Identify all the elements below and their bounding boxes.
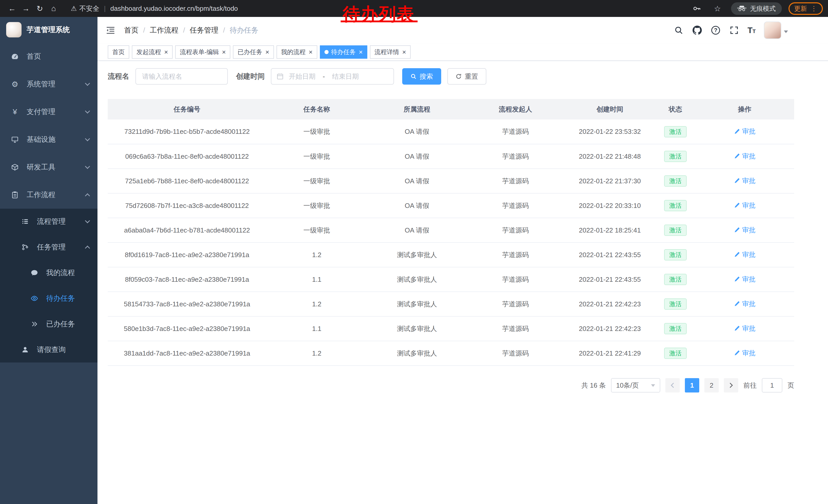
- cell-status: 激活: [655, 120, 695, 144]
- close-tab-icon[interactable]: ×: [359, 49, 363, 55]
- font-size-icon[interactable]: TT: [747, 27, 756, 34]
- col-action: 操作: [695, 99, 794, 120]
- approve-link[interactable]: 审批: [734, 226, 755, 235]
- help-icon[interactable]: ?: [710, 25, 721, 35]
- cell-status: 激活: [655, 218, 695, 242]
- close-tab-icon[interactable]: ×: [402, 49, 406, 55]
- navbar-right-icons: ? TT: [673, 21, 788, 39]
- approve-link[interactable]: 审批: [734, 152, 755, 161]
- sidebar-item-label: 我的流程: [46, 268, 75, 278]
- breadcrumb-current: 待办任务: [230, 26, 258, 35]
- date-range-picker[interactable]: 开始日期 - 结束日期: [271, 68, 394, 85]
- tab-todo-task[interactable]: 待办任务 ×: [320, 45, 367, 59]
- breadcrumb-workflow[interactable]: 工作流程: [150, 26, 178, 35]
- next-page-button[interactable]: [724, 378, 738, 393]
- cell-status: 激活: [655, 242, 695, 267]
- cell-action: 审批: [695, 218, 794, 242]
- address-bar[interactable]: ⚠ 不安全 | dashboard.yudao.iocoder.cn/bpm/t…: [71, 4, 238, 13]
- tab-process-detail[interactable]: 流程详情 ×: [370, 45, 411, 59]
- tab-home[interactable]: 首页: [108, 45, 129, 59]
- table-row: 8f059c03-7ac8-11ec-a9e2-a2380e71991a 1.1…: [108, 267, 794, 292]
- sidebar-item-payment[interactable]: ¥ 支付管理: [0, 98, 97, 126]
- tab-form-edit[interactable]: 流程表单-编辑 ×: [175, 45, 230, 59]
- fullscreen-icon[interactable]: [729, 25, 739, 35]
- cell-process: OA 请假: [367, 193, 467, 218]
- approve-link[interactable]: 审批: [734, 250, 755, 259]
- chevron-down-icon: [85, 136, 90, 141]
- bookmark-star-icon[interactable]: ☆: [710, 2, 724, 15]
- sidebar-item-my-process[interactable]: 我的流程: [0, 260, 97, 286]
- reload-icon[interactable]: ↻: [33, 2, 47, 15]
- user-avatar-menu[interactable]: [764, 21, 788, 39]
- sidebar-item-task-mgmt[interactable]: 任务管理: [0, 234, 97, 260]
- page-size-select[interactable]: 10条/页: [611, 378, 660, 393]
- tab-start-process[interactable]: 发起流程 ×: [132, 45, 173, 59]
- sidebar-item-label: 请假查询: [37, 345, 66, 355]
- goto-page-input[interactable]: [762, 378, 782, 393]
- tab-my-process[interactable]: 我的流程 ×: [277, 45, 317, 59]
- table-row: a6aba0a4-7b6d-11ec-b781-acde48001122 一级审…: [108, 218, 794, 242]
- cell-initiator: 芋道源码: [467, 120, 564, 144]
- sidebar-item-infra[interactable]: 基础设施: [0, 126, 97, 153]
- close-tab-icon[interactable]: ×: [222, 49, 226, 55]
- home-icon[interactable]: ⌂: [47, 2, 60, 15]
- app-logo-row[interactable]: 芋道管理系统: [0, 17, 97, 43]
- update-label: 更新: [794, 4, 807, 13]
- page-button-2[interactable]: 2: [704, 378, 719, 393]
- caret-down-icon: [784, 31, 788, 35]
- approve-link[interactable]: 审批: [734, 275, 755, 284]
- prev-page-button[interactable]: [665, 378, 680, 393]
- status-badge: 激活: [664, 200, 687, 211]
- col-created: 创建时间: [564, 99, 656, 120]
- annotation-text: 待办列表: [343, 3, 415, 26]
- sidebar-item-todo-task[interactable]: 待办任务: [0, 286, 97, 311]
- github-icon[interactable]: [692, 25, 702, 35]
- forward-icon[interactable]: →: [19, 2, 33, 15]
- search-button[interactable]: 搜索: [402, 68, 441, 85]
- avatar[interactable]: [764, 21, 781, 39]
- sidebar-item-leave-query[interactable]: 请假查询: [0, 337, 97, 363]
- approve-link[interactable]: 审批: [734, 127, 755, 136]
- key-icon[interactable]: [690, 2, 704, 15]
- breadcrumb-home[interactable]: 首页: [124, 26, 138, 35]
- range-separator: -: [323, 73, 325, 81]
- security-warning[interactable]: ⚠ 不安全: [71, 4, 99, 13]
- close-tab-icon[interactable]: ×: [309, 49, 313, 55]
- close-tab-icon[interactable]: ×: [164, 49, 168, 55]
- chevron-down-icon: [85, 81, 90, 86]
- approve-link[interactable]: 审批: [734, 176, 755, 185]
- approve-link[interactable]: 审批: [734, 324, 755, 333]
- sidebar-item-home[interactable]: 首页: [0, 43, 97, 70]
- sidebar-item-done-task[interactable]: 已办任务: [0, 311, 97, 337]
- reset-button[interactable]: 重置: [447, 68, 486, 85]
- cell-created: 2022-01-22 21:37:30: [564, 169, 656, 193]
- approve-label: 审批: [742, 250, 755, 259]
- back-icon[interactable]: ←: [5, 2, 19, 15]
- search-icon[interactable]: [673, 25, 684, 35]
- app-logo: [6, 22, 22, 37]
- sidebar-item-process-mgmt[interactable]: 流程管理: [0, 209, 97, 234]
- sidebar-item-workflow[interactable]: 工作流程: [0, 181, 97, 209]
- active-tab-dot: [325, 50, 329, 54]
- browser-menu-icon[interactable]: ⋮: [811, 5, 817, 12]
- tab-label: 流程表单-编辑: [180, 48, 219, 56]
- cell-task-name: 1.2: [266, 242, 367, 267]
- tab-done-task[interactable]: 已办任务 ×: [233, 45, 274, 59]
- sidebar-item-devtools[interactable]: 研发工具: [0, 153, 97, 181]
- sidebar-item-system[interactable]: ⚙ 系统管理: [0, 70, 97, 98]
- dashboard-icon: [10, 52, 19, 60]
- breadcrumb-task-mgmt[interactable]: 任务管理: [190, 26, 218, 35]
- process-name-input[interactable]: [135, 68, 228, 85]
- cell-action: 审批: [695, 242, 794, 267]
- approve-link[interactable]: 审批: [734, 201, 755, 210]
- update-button[interactable]: 更新 ⋮: [788, 2, 823, 15]
- close-tab-icon[interactable]: ×: [265, 49, 269, 55]
- cell-created: 2022-01-22 20:33:10: [564, 193, 656, 218]
- cell-task-id: 8f059c03-7ac8-11ec-a9e2-a2380e71991a: [108, 267, 266, 292]
- page-button-1[interactable]: 1: [685, 378, 699, 393]
- approve-label: 审批: [742, 275, 755, 284]
- approve-link[interactable]: 审批: [734, 349, 755, 358]
- sidebar-collapse-icon[interactable]: [106, 25, 116, 35]
- table-row: 580e1b3d-7ac8-11ec-a9e2-a2380e71991a 1.1…: [108, 316, 794, 341]
- approve-link[interactable]: 审批: [734, 300, 755, 308]
